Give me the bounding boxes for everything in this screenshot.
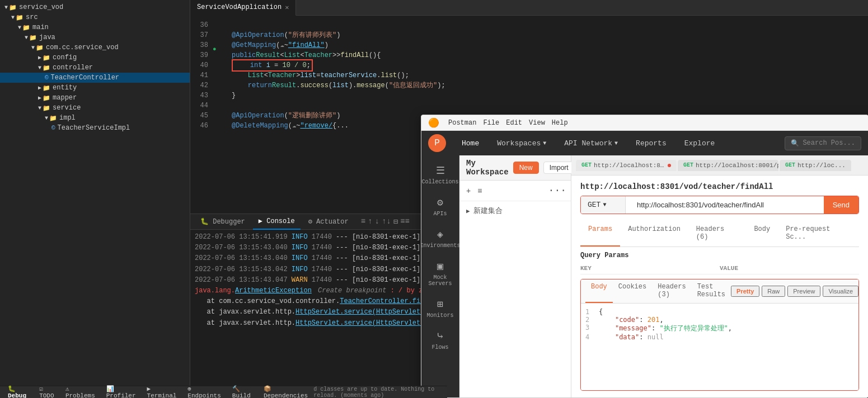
nav-api-network[interactable]: API Network ▼ <box>555 131 627 155</box>
postman-sidebar: ☰ Collections ⚙ APIs ◈ Environments ▣ Mo… <box>421 155 459 397</box>
toolbar-problems[interactable]: ⚠ Problems <box>60 384 101 398</box>
resp-line-3: 3 "message": "执行了特定异常处理", <box>585 324 854 333</box>
editor-tab-servicevodapplication[interactable]: ServiceVodApplication ✕ <box>190 0 296 16</box>
sidebar-item-monitors[interactable]: ⊞ Monitors <box>421 293 459 323</box>
format-preview[interactable]: Preview <box>787 286 820 297</box>
panel-menu-btn[interactable]: ≡ <box>475 185 484 196</box>
menu-edit[interactable]: Edit <box>506 119 522 127</box>
import-button[interactable]: Import <box>543 162 575 174</box>
tab-params[interactable]: Params <box>580 221 620 247</box>
response-tabs-bar: Body Cookies Headers (3) Test Results Pr… <box>581 279 858 304</box>
console-toolbar-btn3[interactable]: ↓ <box>375 217 379 226</box>
tab-debugger[interactable]: 🐛 Debugger <box>195 214 251 230</box>
tab-headers[interactable]: Headers (6) <box>688 221 747 247</box>
tree-item-config[interactable]: ▶ 📁 config <box>0 53 190 63</box>
toolbar-dependencies[interactable]: 📦 Dependencies <box>258 384 313 398</box>
request-tab-3[interactable]: GET http://loc... <box>780 160 851 171</box>
format-visualize[interactable]: Visualize <box>823 286 858 297</box>
method-select[interactable]: GET ▼ <box>581 196 626 214</box>
console-toolbar-btn4[interactable]: ↑↓ <box>382 217 391 226</box>
tree-item-java[interactable]: ▼ 📁 java <box>0 32 190 42</box>
postman-logo-icon: 🟠 <box>428 117 439 129</box>
menu-file[interactable]: File <box>483 119 499 127</box>
send-button[interactable]: Send <box>824 196 858 214</box>
editor-tabs: ServiceVodApplication ✕ <box>190 0 868 16</box>
tree-item-impl[interactable]: ▼ 📁 impl <box>0 113 190 123</box>
ide-toolbar-bottom: 🐛 Debug ☑ TODO ⚠ Problems 📊 Profiler ▶ T… <box>0 386 447 398</box>
postman-window: 🟠 Postman File Edit View Help P Home Wor… <box>421 115 868 398</box>
postman-brand-logo: P <box>428 134 446 152</box>
tree-item-controller[interactable]: ▼ 📁 controller <box>0 63 190 73</box>
tree-item-com[interactable]: ▼ 📁 com.cc.service_vod <box>0 42 190 53</box>
nav-explore[interactable]: Explore <box>675 131 724 155</box>
sidebar-item-environments[interactable]: ◈ Environments <box>421 224 459 253</box>
resp-format-bar: Pretty Raw Preview Visualize JSON ⇄ <box>731 279 859 303</box>
postman-navbar: P Home Workspaces ▼ API Network ▼ Report… <box>421 131 868 155</box>
code-line-36 <box>232 20 868 30</box>
resp-tab-test-results[interactable]: Test Results <box>692 279 731 303</box>
environments-icon: ◈ <box>437 228 443 240</box>
code-line-39: public Result<List<Teacher>> findAll(){ <box>232 50 868 60</box>
tree-item-TeacherServiceImpl[interactable]: © TeacherServiceImpl <box>0 123 190 133</box>
collections-panel: My Workspace New Import + ≡ ··· ▶ 新建集合 <box>459 155 571 397</box>
format-pretty[interactable]: Pretty <box>731 286 759 297</box>
nav-home[interactable]: Home <box>453 131 488 155</box>
menu-view[interactable]: View <box>529 119 545 127</box>
resp-tab-cookies[interactable]: Cookies <box>613 279 652 303</box>
exception-link[interactable]: ArithmeticException <box>235 287 312 295</box>
panel-more-btn[interactable]: ··· <box>548 185 566 196</box>
query-params-title: Query Params <box>580 252 859 259</box>
sidebar-item-collections[interactable]: ☰ Collections <box>421 160 459 189</box>
nav-workspaces[interactable]: Workspaces ▼ <box>488 131 555 155</box>
tree-item-mapper[interactable]: ▶ 📁 mapper <box>0 93 190 103</box>
params-table-header: KEY VALUE <box>580 263 859 274</box>
search-bar[interactable]: 🔍 Search Pos... <box>785 136 861 150</box>
tab-pre-request[interactable]: Pre-request Sc... <box>778 221 859 247</box>
console-toolbar-btn6[interactable]: ≡≡ <box>400 217 410 226</box>
code-line-43: } <box>232 91 868 101</box>
tab-body[interactable]: Body <box>746 221 778 247</box>
resp-tab-headers[interactable]: Headers (3) <box>652 279 691 303</box>
resp-tab-body[interactable]: Body <box>585 279 613 303</box>
menu-help[interactable]: Help <box>552 119 568 127</box>
tree-item-service_vod[interactable]: ▼ 📁 service_vod <box>0 2 190 12</box>
tree-item-main[interactable]: ▼ 📁 main <box>0 22 190 32</box>
toolbar-todo[interactable]: ☑ TODO <box>34 384 60 398</box>
workspace-name: My Workspace <box>466 159 509 177</box>
sidebar-item-mock-servers[interactable]: ▣ Mock Servers <box>421 255 459 291</box>
toolbar-terminal[interactable]: ▶ Terminal <box>142 384 182 398</box>
console-toolbar-btn1[interactable]: ≡ <box>361 217 365 226</box>
new-collection-plus[interactable]: + <box>464 185 473 196</box>
format-raw[interactable]: Raw <box>762 286 785 297</box>
request-tab-2[interactable]: GET http://localhost:8001/p... <box>678 160 778 171</box>
toolbar-debug[interactable]: 🐛 Debug <box>2 384 34 398</box>
resp-line-1: 1 { <box>585 308 854 316</box>
postman-title: Postman <box>448 119 476 127</box>
new-button[interactable]: New <box>513 162 539 174</box>
nav-reports[interactable]: Reports <box>627 131 675 155</box>
response-section: Body Cookies Headers (3) Test Results Pr… <box>580 279 859 391</box>
monitors-icon: ⊞ <box>437 298 443 310</box>
postman-titlebar: 🟠 Postman File Edit View Help <box>421 115 868 131</box>
new-collection-item[interactable]: ▶ 新建集合 <box>459 201 571 220</box>
tab-authorization[interactable]: Authorization <box>620 221 688 247</box>
code-line-38: @GetMapping(☁~"findAll") <box>232 40 868 50</box>
request-tab-1[interactable]: GET http://localhost:8301/v... <box>576 160 677 171</box>
console-toolbar-btn2[interactable]: ↑ <box>368 217 372 226</box>
query-params-section: Query Params KEY VALUE <box>580 252 859 274</box>
tree-item-src[interactable]: ▼ 📁 src <box>0 12 190 22</box>
tree-item-service[interactable]: ▼ 📁 service <box>0 103 190 113</box>
tab-console[interactable]: ▶ Console <box>253 214 301 230</box>
tree-item-entity[interactable]: ▶ 📁 entity <box>0 83 190 93</box>
toolbar-profiler[interactable]: 📊 Profiler <box>101 384 142 398</box>
sidebar-item-flows[interactable]: ⤷ Flows <box>421 325 459 355</box>
tree-item-TeacherController[interactable]: © TeacherController <box>0 73 190 83</box>
toolbar-endpoints[interactable]: ⊕ Endpoints <box>182 384 226 398</box>
tab-actuator[interactable]: ⚙ Actuator <box>303 214 354 230</box>
url-input[interactable] <box>630 196 819 214</box>
request-area: http://localhost:8301/vod/teacher/findAl… <box>571 176 868 397</box>
console-toolbar-btn5[interactable]: ⊟ <box>393 217 398 226</box>
code-line-41: List<Teacher> list = teacherService.list… <box>232 70 868 80</box>
sidebar-item-apis[interactable]: ⚙ APIs <box>421 192 459 221</box>
toolbar-build[interactable]: 🔨 Build <box>227 384 258 398</box>
